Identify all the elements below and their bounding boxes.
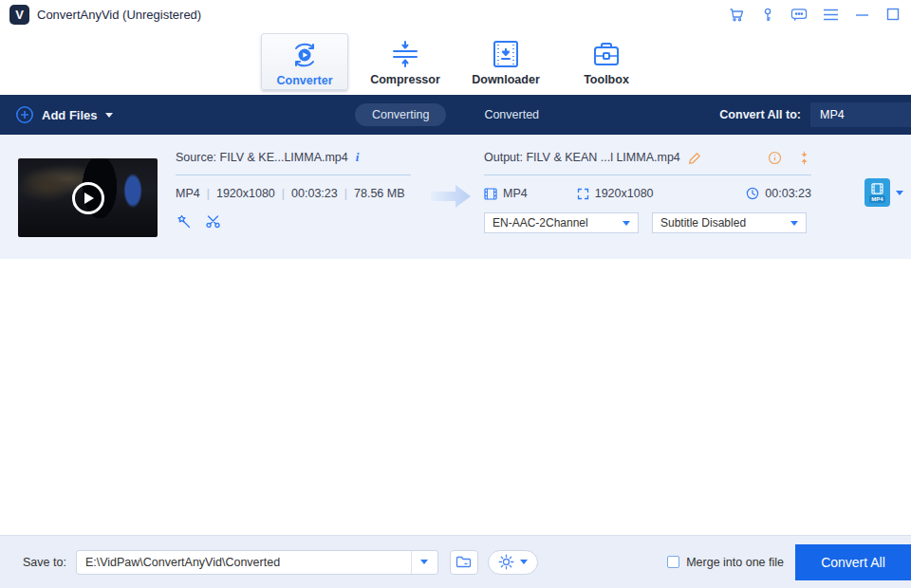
tab-toolbox[interactable]: Toolbox xyxy=(563,33,650,90)
tab-converting[interactable]: Converting xyxy=(355,103,446,126)
add-files-caret-icon xyxy=(105,113,113,118)
tab-converter[interactable]: Converter xyxy=(261,33,348,90)
format-caret-icon[interactable] xyxy=(896,191,903,195)
add-files-label: Add Files xyxy=(42,108,98,122)
downloader-icon xyxy=(492,38,520,70)
play-icon[interactable] xyxy=(72,182,104,214)
source-filesize: 78.56 MB xyxy=(354,187,405,200)
source-format: MP4 xyxy=(176,187,200,200)
tab-compressor[interactable]: Compressor xyxy=(362,33,449,90)
output-resolution: 1920x1080 xyxy=(595,187,654,200)
source-filename: Source: FILV & KE...LIMMA.mp4 xyxy=(176,151,348,164)
audio-caret-icon xyxy=(623,221,630,226)
source-resolution: 1920x1080 xyxy=(216,187,275,200)
tab-converter-label: Converter xyxy=(276,74,332,87)
convert-arrow-icon xyxy=(429,182,473,211)
register-key-icon[interactable] xyxy=(759,6,776,23)
audio-track-select[interactable]: EN-AAC-2Channel xyxy=(484,212,639,233)
settings-caret-icon xyxy=(520,560,528,564)
format-badge: MP4 xyxy=(869,195,884,203)
convert-all-to-select[interactable]: MP4 xyxy=(810,102,911,127)
toolbox-icon xyxy=(591,38,622,70)
tab-downloader-label: Downloader xyxy=(472,73,540,86)
tab-toolbox-label: Toolbox xyxy=(584,73,629,86)
merge-label: Merge into one file xyxy=(686,556,784,569)
feedback-chat-icon[interactable] xyxy=(790,6,808,23)
convert-all-to-label: Convert All to: xyxy=(719,108,801,121)
output-column: Output: FILV & KEAN ...l LIMMA.mp4 xyxy=(484,149,811,233)
source-duration: 00:03:23 xyxy=(291,187,338,200)
tab-downloader[interactable]: Downloader xyxy=(462,33,549,90)
app-logo-icon: V xyxy=(9,5,29,25)
output-duration: 00:03:23 xyxy=(765,187,811,200)
file-list: Source: FILV & KE...LIMMA.mp4 i MP4| 192… xyxy=(0,135,911,259)
save-path-value[interactable]: E:\VidPaw\ConvertAnyVid\Converted xyxy=(77,556,411,569)
edit-effects-wand-icon[interactable] xyxy=(176,213,192,230)
maximize-icon[interactable] xyxy=(884,6,902,23)
titlebar: V ConvertAnyVid (Unregistered) xyxy=(0,0,911,28)
output-format-button[interactable]: MP4 xyxy=(865,178,890,207)
minimize-icon[interactable] xyxy=(853,6,870,23)
action-toolbar: Add Files Converting Converted Convert A… xyxy=(0,95,911,135)
source-column: Source: FILV & KE...LIMMA.mp4 i MP4| 192… xyxy=(176,149,411,230)
subtitle-caret-icon xyxy=(790,221,798,226)
main-nav-tabs: Converter Compressor Downloader xyxy=(0,28,911,95)
output-settings-tune-icon[interactable] xyxy=(797,151,811,165)
converter-icon xyxy=(288,39,321,71)
output-meta: MP4 1920x1080 00:0 xyxy=(484,187,811,200)
compressor-icon xyxy=(389,38,421,70)
tab-compressor-label: Compressor xyxy=(370,73,440,86)
video-thumbnail[interactable] xyxy=(18,158,158,237)
divider xyxy=(176,175,411,175)
merge-checkbox[interactable] xyxy=(667,556,679,568)
empty-area xyxy=(0,259,911,486)
cut-scissors-icon[interactable] xyxy=(205,213,221,230)
file-row[interactable]: Source: FILV & KE...LIMMA.mp4 i MP4| 192… xyxy=(0,135,911,259)
output-filename: Output: FILV & KEAN ...l LIMMA.mp4 xyxy=(484,151,680,164)
source-meta: MP4| 1920x1080| 00:03:23| 78.56 MB xyxy=(176,187,411,200)
resolution-expand-icon xyxy=(577,188,589,200)
save-path-combobox[interactable]: E:\VidPaw\ConvertAnyVid\Converted xyxy=(76,550,438,575)
audio-track-value: EN-AAC-2Channel xyxy=(493,216,588,230)
output-info-icon[interactable] xyxy=(768,151,782,165)
store-cart-icon[interactable] xyxy=(728,6,745,23)
convert-all-button[interactable]: Convert All xyxy=(795,544,911,580)
subtitle-value: Subtitle Disabled xyxy=(660,216,746,230)
bottom-bar: Save to: E:\VidPaw\ConvertAnyVid\Convert… xyxy=(0,535,911,588)
save-path-dropdown[interactable] xyxy=(411,551,437,574)
menu-icon[interactable] xyxy=(822,6,839,23)
open-folder-button[interactable] xyxy=(450,550,478,575)
output-format: MP4 xyxy=(503,187,528,200)
source-info-icon[interactable]: i xyxy=(356,150,360,165)
divider xyxy=(484,175,811,175)
gear-icon xyxy=(498,554,514,570)
settings-button[interactable] xyxy=(488,550,538,575)
film-icon xyxy=(484,188,497,200)
rename-pencil-icon[interactable] xyxy=(688,151,702,165)
clock-icon xyxy=(746,187,759,200)
save-to-label: Save to: xyxy=(23,556,66,569)
subtitle-select[interactable]: Subtitle Disabled xyxy=(652,212,807,233)
folder-icon xyxy=(456,555,472,569)
plus-circle-icon xyxy=(15,105,34,124)
tab-converted[interactable]: Converted xyxy=(467,103,556,126)
film-icon xyxy=(871,183,883,194)
app-title: ConvertAnyVid (Unregistered) xyxy=(37,8,201,22)
add-files-button[interactable]: Add Files xyxy=(15,105,113,124)
